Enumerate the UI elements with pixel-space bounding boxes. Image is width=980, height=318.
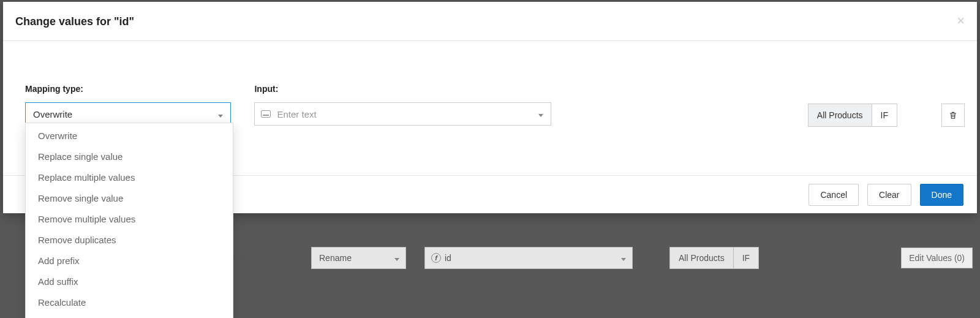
mapping-option[interactable]: Overwrite xyxy=(26,123,233,146)
scope-button-group: All Products IF xyxy=(808,104,897,127)
mapping-option[interactable]: Replace multiple values xyxy=(26,167,233,188)
mapping-type-selected: Overwrite xyxy=(33,109,72,119)
mapping-type-field: Mapping type: Overwrite xyxy=(25,84,231,126)
chevron-down-icon xyxy=(394,253,399,263)
edit-values-button[interactable]: Edit Values (0) xyxy=(901,248,973,268)
trash-icon xyxy=(948,110,958,121)
rule-scope-if-button[interactable]: IF xyxy=(733,247,759,269)
modal-title: Change values for "id" xyxy=(15,15,134,28)
rule-scope-group: All Products IF xyxy=(669,247,759,269)
mapping-option[interactable]: Add suffix xyxy=(26,271,233,292)
modal-header: Change values for "id" × xyxy=(3,2,977,41)
keyboard-icon xyxy=(261,110,271,118)
rule-scope-all-button[interactable]: All Products xyxy=(669,247,733,269)
cancel-button[interactable]: Cancel xyxy=(809,184,859,206)
rule-action-value: Rename xyxy=(319,253,352,263)
chevron-down-icon xyxy=(621,253,626,263)
done-button[interactable]: Done xyxy=(920,184,963,206)
change-values-modal: Change values for "id" × Mapping type: O… xyxy=(3,2,977,213)
rule-action-select[interactable]: Rename xyxy=(311,247,406,269)
mapping-option[interactable]: Recalculate xyxy=(26,292,233,313)
chevron-down-icon xyxy=(538,108,543,119)
scope-all-button[interactable]: All Products xyxy=(808,104,872,127)
rule-field-value: id xyxy=(445,253,451,263)
rule-row-right: Edit Values (0) xyxy=(901,243,973,273)
chevron-down-icon xyxy=(218,109,223,119)
mapping-option[interactable]: Remove multiple values xyxy=(26,209,233,230)
scope-if-button[interactable]: IF xyxy=(872,104,897,127)
input-placeholder: Enter text xyxy=(277,109,316,119)
mapping-option[interactable]: Remove single value xyxy=(26,188,233,209)
mapping-option[interactable]: Remove duplicates xyxy=(26,230,233,251)
mapping-option[interactable]: Add prefix xyxy=(26,251,233,271)
function-icon: f xyxy=(431,253,441,263)
mapping-type-label: Mapping type: xyxy=(25,84,231,94)
mapping-option[interactable]: Replace single value xyxy=(26,146,233,167)
mapping-type-dropdown: Overwrite Replace single value Replace m… xyxy=(25,123,233,318)
input-text[interactable]: Enter text xyxy=(254,102,551,126)
right-controls: All Products IF xyxy=(808,104,965,127)
clear-button[interactable]: Clear xyxy=(867,184,911,206)
close-icon[interactable]: × xyxy=(957,15,965,25)
mapping-option[interactable]: Recapitalize xyxy=(26,313,233,318)
rule-field-select[interactable]: f id xyxy=(424,247,633,269)
delete-button[interactable] xyxy=(941,104,965,127)
input-field: Input: Enter text xyxy=(254,84,551,126)
input-label: Input: xyxy=(254,84,551,94)
